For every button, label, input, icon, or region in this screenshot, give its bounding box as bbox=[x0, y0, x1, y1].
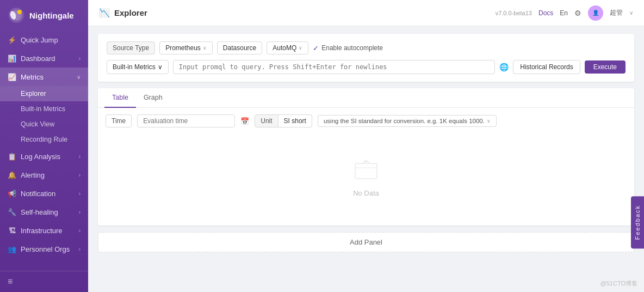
subitem-label: Explorer bbox=[21, 90, 46, 98]
automq-chevron: ∨ bbox=[299, 45, 302, 51]
datasource-label: Datasource bbox=[217, 41, 262, 54]
language-selector[interactable]: En bbox=[560, 9, 568, 17]
no-data-area: No Data bbox=[106, 136, 627, 219]
watermark: @51CTO博客 bbox=[600, 279, 637, 288]
check-icon: ✓ bbox=[313, 44, 319, 52]
unit-value: SI short bbox=[284, 117, 306, 125]
source-type-chevron: ∨ bbox=[203, 45, 207, 51]
subitem-label: Recording Rule bbox=[21, 136, 67, 143]
sidebar-item-metrics[interactable]: 📈 Metrics ∨ bbox=[0, 68, 88, 86]
autocomplete-toggle[interactable]: ✓ Enable autocomplete bbox=[313, 44, 383, 52]
sidebar-item-log-analysis[interactable]: 📋 Log Analysis › bbox=[0, 147, 88, 166]
sidebar-item-quick-jump[interactable]: ⚡ Quick Jump bbox=[0, 31, 88, 49]
no-data-icon bbox=[352, 158, 380, 185]
header: 📉 Explorer v7.0.0-beta13 Docs En ⚙ 👤 超管 … bbox=[88, 0, 644, 26]
panel-tabs: Table Graph bbox=[98, 88, 634, 108]
sidebar-item-label: Log Analysis bbox=[21, 153, 75, 161]
sidebar-item-label: Metrics bbox=[21, 73, 72, 81]
chevron-right-icon: › bbox=[79, 154, 81, 160]
user-name[interactable]: 超管 bbox=[610, 8, 623, 17]
self-healing-icon: 🔧 bbox=[8, 208, 16, 216]
sidebar: Nightingale ⚡ Quick Jump 📊 Dashboard › 📈… bbox=[0, 0, 88, 292]
metrics-icon: 📈 bbox=[8, 72, 16, 81]
panel-controls: Time 📅 Unit SI short using the SI standa… bbox=[106, 114, 627, 127]
sidebar-item-self-healing[interactable]: 🔧 Self-healing › bbox=[0, 203, 88, 221]
time-select[interactable]: Time bbox=[106, 114, 132, 127]
sidebar-subitem-explorer[interactable]: Explorer bbox=[0, 86, 88, 101]
chevron-down-icon: ∨ bbox=[77, 74, 81, 80]
collapse-icon: ≡ bbox=[8, 277, 13, 286]
infrastructure-icon: 🏗 bbox=[8, 226, 16, 235]
tab-table[interactable]: Table bbox=[104, 88, 136, 108]
main-area: 📉 Explorer v7.0.0-beta13 Docs En ⚙ 👤 超管 … bbox=[88, 0, 644, 292]
docs-link[interactable]: Docs bbox=[538, 9, 553, 17]
sidebar-collapse-button[interactable]: ≡ bbox=[8, 277, 81, 287]
user-menu-chevron[interactable]: ∨ bbox=[629, 10, 633, 16]
add-panel-button[interactable]: Add Panel bbox=[98, 232, 634, 252]
metrics-chevron: ∨ bbox=[158, 63, 163, 71]
query-row-2: Built-in Metrics ∨ 🌐 Historical Records … bbox=[107, 60, 626, 74]
sidebar-subitem-quick-view[interactable]: Quick View bbox=[0, 117, 88, 132]
source-type-value: Prometheus bbox=[165, 44, 201, 52]
svg-rect-4 bbox=[355, 163, 377, 179]
chevron-right-icon: › bbox=[79, 56, 81, 62]
chevron-right-icon: › bbox=[79, 172, 81, 178]
sidebar-subitem-built-in-metrics[interactable]: Built-in Metrics bbox=[0, 101, 88, 117]
sidebar-item-dashboard[interactable]: 📊 Dashboard › bbox=[0, 49, 88, 68]
sidebar-item-label: Alerting bbox=[21, 171, 75, 179]
header-right: v7.0.0-beta13 Docs En ⚙ 👤 超管 ∨ bbox=[496, 5, 633, 21]
avatar-initials: 👤 bbox=[592, 10, 599, 16]
content-area: Source Type Prometheus ∨ Datasource Auto… bbox=[88, 26, 644, 292]
chart-icon: 📉 bbox=[99, 8, 110, 18]
globe-icon: 🌐 bbox=[499, 63, 509, 71]
quick-jump-icon: ⚡ bbox=[8, 35, 16, 44]
no-data-text: No Data bbox=[353, 189, 379, 197]
unit-desc-text: using the SI standard for conversion. e.… bbox=[324, 118, 485, 124]
settings-icon[interactable]: ⚙ bbox=[574, 9, 581, 17]
metrics-select[interactable]: Built-in Metrics ∨ bbox=[107, 60, 169, 74]
historical-records-button[interactable]: Historical Records bbox=[513, 60, 580, 74]
unit-label: Unit bbox=[255, 114, 278, 127]
sidebar-item-label: Quick Jump bbox=[21, 36, 81, 44]
execute-button[interactable]: Execute bbox=[585, 60, 626, 74]
feedback-text: Feedback bbox=[634, 205, 641, 240]
sidebar-subitem-recording-rule[interactable]: Recording Rule bbox=[0, 132, 88, 147]
watermark-text: @51CTO博客 bbox=[600, 280, 637, 287]
source-type-label: Source Type bbox=[107, 41, 155, 54]
chevron-right-icon: › bbox=[79, 209, 81, 215]
time-input[interactable] bbox=[137, 114, 235, 127]
automq-select[interactable]: AutoMQ ∨ bbox=[267, 41, 308, 54]
sidebar-item-label: Dashboard bbox=[21, 54, 75, 63]
query-input[interactable] bbox=[173, 60, 496, 74]
panel-body: Time 📅 Unit SI short using the SI standa… bbox=[98, 108, 634, 226]
chevron-right-icon: › bbox=[79, 228, 81, 234]
header-left: 📉 Explorer bbox=[99, 8, 147, 18]
unit-description[interactable]: using the SI standard for conversion. e.… bbox=[318, 115, 497, 127]
subitem-label: Quick View bbox=[21, 120, 54, 128]
sidebar-logo[interactable]: Nightingale bbox=[0, 0, 88, 31]
time-label: Time bbox=[112, 117, 126, 125]
personnel-icon: 👥 bbox=[8, 245, 16, 253]
dashboard-icon: 📊 bbox=[8, 54, 16, 63]
tab-graph[interactable]: Graph bbox=[136, 88, 170, 108]
sidebar-item-alerting[interactable]: 🔔 Alerting › bbox=[0, 166, 88, 184]
notification-icon: 📢 bbox=[8, 189, 16, 198]
chevron-right-icon: › bbox=[79, 191, 81, 197]
sidebar-item-label: Personnel Orgs bbox=[21, 245, 75, 253]
sidebar-item-personnel-orgs[interactable]: 👥 Personnel Orgs › bbox=[0, 240, 88, 258]
chevron-right-icon: › bbox=[79, 246, 81, 252]
source-type-select[interactable]: Prometheus ∨ bbox=[159, 41, 213, 54]
sidebar-item-label: Notification bbox=[21, 190, 75, 198]
sidebar-item-notification[interactable]: 📢 Notification › bbox=[0, 184, 88, 203]
avatar[interactable]: 👤 bbox=[588, 5, 603, 21]
page-title: Explorer bbox=[114, 8, 147, 17]
metrics-value: Built-in Metrics bbox=[113, 63, 156, 71]
sidebar-item-infrastructure[interactable]: 🏗 Infrastructure › bbox=[0, 221, 88, 240]
unit-select[interactable]: SI short bbox=[278, 114, 312, 127]
calendar-icon[interactable]: 📅 bbox=[240, 117, 249, 125]
feedback-widget[interactable]: Feedback bbox=[631, 196, 644, 248]
results-panel: Table Graph Time 📅 Unit SI short bbox=[98, 88, 634, 226]
query-row-1: Source Type Prometheus ∨ Datasource Auto… bbox=[107, 41, 626, 54]
si-desc-chevron: ∨ bbox=[487, 118, 491, 124]
sidebar-item-label: Self-healing bbox=[21, 208, 75, 216]
